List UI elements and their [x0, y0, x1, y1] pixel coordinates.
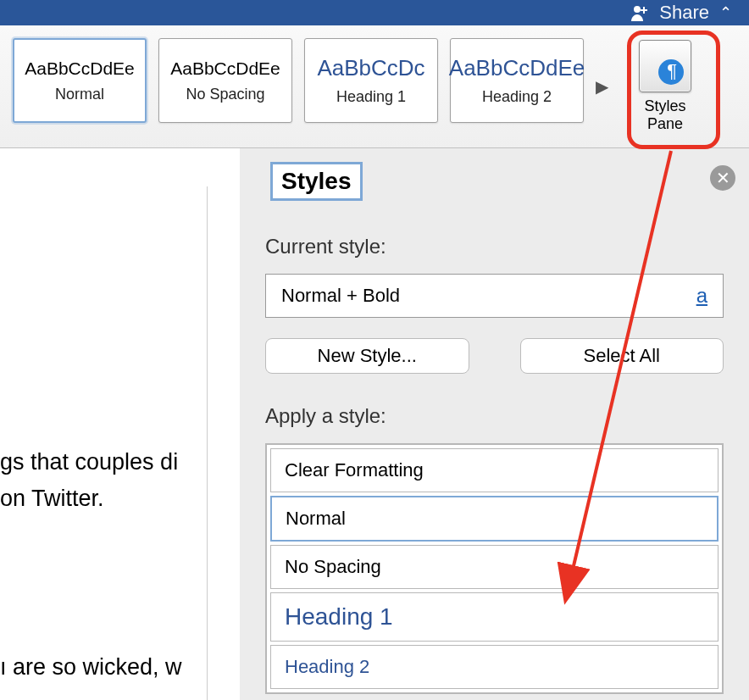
- title-bar: Share ⌃: [0, 0, 749, 25]
- styles-pane-icon: ¶: [639, 40, 691, 92]
- style-list-item-clear-formatting[interactable]: Clear Formatting: [270, 448, 718, 492]
- style-list-item-no-spacing[interactable]: No Spacing: [270, 545, 718, 589]
- close-icon[interactable]: ✕: [710, 165, 735, 191]
- document-text-line: ı are so wicked, w: [0, 654, 207, 681]
- styles-pane-button[interactable]: ¶StylesPane: [627, 38, 703, 148]
- style-sample-text: AaBbCcDc: [317, 55, 424, 81]
- style-name-label: Heading 2: [482, 88, 552, 106]
- styles-pane-label: StylesPane: [644, 97, 685, 132]
- styles-pane-panel: ✕ Styles Current style: Normal + Bold a …: [240, 148, 749, 700]
- style-list-item-normal[interactable]: Normal: [270, 496, 718, 542]
- chevron-up-icon[interactable]: ⌃: [719, 3, 732, 22]
- current-style-dropdown[interactable]: Normal + Bold a: [265, 274, 724, 318]
- svg-point-0: [634, 6, 641, 13]
- style-name-label: Normal: [55, 86, 104, 103]
- style-sample-text: AaBbCcDdEe: [170, 58, 280, 79]
- dropdown-indicator-icon: a: [696, 284, 707, 308]
- document-text-line: on Twitter.: [0, 486, 207, 512]
- style-preview-heading-1[interactable]: AaBbCcDcHeading 1: [304, 38, 438, 123]
- share-person-icon: [630, 4, 649, 21]
- current-style-value: Normal + Bold: [281, 285, 400, 307]
- apply-style-label: Apply a style:: [265, 404, 724, 428]
- more-styles-arrow-icon[interactable]: ▶: [596, 76, 608, 97]
- ribbon-styles-group: AaBbCcDdEeNormalAaBbCcDdEeNo SpacingAaBb…: [0, 25, 749, 148]
- document-text-line: gs that couples di: [0, 449, 207, 475]
- style-list-item-heading-2[interactable]: Heading 2: [270, 645, 718, 689]
- style-sample-text: AaBbCcDdEe: [25, 58, 135, 79]
- new-style-button[interactable]: New Style...: [265, 338, 469, 374]
- style-preview-heading-2[interactable]: AaBbCcDdEeHeading 2: [450, 38, 584, 123]
- style-list-item-heading-1[interactable]: Heading 1: [270, 592, 718, 642]
- style-name-label: Heading 1: [336, 88, 406, 106]
- select-all-button[interactable]: Select All: [520, 338, 724, 374]
- current-style-label: Current style:: [265, 235, 724, 258]
- style-preview-no-spacing[interactable]: AaBbCcDdEeNo Spacing: [158, 38, 292, 123]
- document-canvas[interactable]: gs that couples di on Twitter. ı are so …: [0, 186, 208, 700]
- panel-title: Styles: [270, 162, 363, 201]
- style-list: Clear FormattingNormalNo SpacingHeading …: [265, 443, 724, 694]
- style-sample-text: AaBbCcDdEe: [449, 55, 585, 81]
- share-button[interactable]: Share: [659, 2, 709, 24]
- style-preview-normal[interactable]: AaBbCcDdEeNormal: [13, 38, 147, 123]
- style-name-label: No Spacing: [186, 86, 264, 103]
